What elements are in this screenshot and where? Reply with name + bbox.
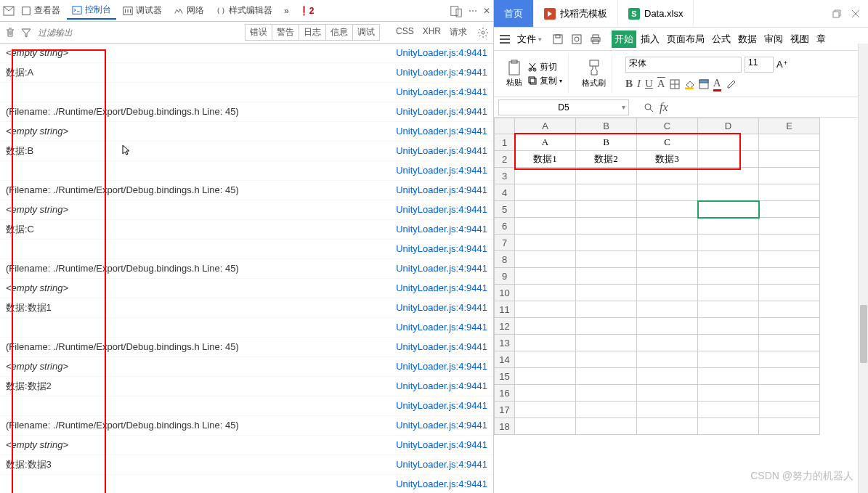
cell[interactable] xyxy=(698,168,759,184)
console-source-link[interactable]: UnityLoader.js:4:9441 xyxy=(396,223,487,236)
cell[interactable] xyxy=(576,318,637,335)
row-header[interactable]: 8 xyxy=(495,251,515,268)
cell[interactable]: A xyxy=(515,134,576,151)
tab-file[interactable]: SData.xlsx xyxy=(618,0,694,27)
search-icon[interactable] xyxy=(644,102,654,113)
cell[interactable] xyxy=(759,134,820,151)
strikethrough-button[interactable]: A xyxy=(657,78,665,90)
cell[interactable] xyxy=(759,335,820,351)
window-close-icon[interactable] xyxy=(851,9,861,19)
cell[interactable]: B xyxy=(576,134,637,151)
cell[interactable] xyxy=(576,201,637,218)
row-header[interactable]: 6 xyxy=(495,218,515,235)
cell[interactable] xyxy=(637,235,698,251)
cell[interactable]: 数据2 xyxy=(576,151,637,168)
cell[interactable] xyxy=(698,218,759,235)
cell[interactable] xyxy=(698,285,759,301)
cell[interactable] xyxy=(515,268,576,285)
error-badge[interactable]: ❗2 xyxy=(299,6,315,16)
console-source-link[interactable]: UnityLoader.js:4:9441 xyxy=(396,262,487,275)
cell[interactable] xyxy=(759,268,820,285)
cell[interactable] xyxy=(576,335,637,351)
cell[interactable] xyxy=(637,301,698,318)
print-icon[interactable] xyxy=(590,33,601,45)
console-source-link[interactable]: UnityLoader.js:4:9441 xyxy=(396,439,487,452)
cell[interactable] xyxy=(637,318,698,335)
gear-icon[interactable] xyxy=(477,27,489,38)
console-source-link[interactable]: UnityLoader.js:4:9441 xyxy=(396,86,487,99)
cell[interactable] xyxy=(637,285,698,301)
level-warn[interactable]: 警告 xyxy=(272,24,299,41)
console-source-link[interactable]: UnityLoader.js:4:9441 xyxy=(396,203,487,216)
cell[interactable] xyxy=(637,251,698,268)
responsive-icon[interactable] xyxy=(450,4,463,17)
cell[interactable] xyxy=(698,368,759,385)
cell[interactable] xyxy=(515,168,576,184)
cell[interactable] xyxy=(637,268,698,285)
ribbon-layout[interactable]: 页面布局 xyxy=(664,30,707,48)
row-header[interactable]: 15 xyxy=(495,368,515,385)
col-header[interactable]: A xyxy=(515,118,576,134)
console-source-link[interactable]: UnityLoader.js:4:9441 xyxy=(396,458,487,471)
cell[interactable] xyxy=(698,235,759,251)
cell[interactable] xyxy=(759,285,820,301)
console-source-link[interactable]: UnityLoader.js:4:9441 xyxy=(396,399,487,412)
row-header[interactable]: 10 xyxy=(495,285,515,301)
cell[interactable] xyxy=(515,285,576,301)
cell[interactable]: 数据3 xyxy=(637,151,698,168)
console-output[interactable]: <empty string>UnityLoader.js:4:9441数据:AU… xyxy=(0,44,493,493)
format-painter-icon[interactable] xyxy=(585,59,603,76)
ribbon-insert[interactable]: 插入 xyxy=(638,30,662,48)
row-header[interactable]: 18 xyxy=(495,418,515,435)
ribbon-view[interactable]: 视图 xyxy=(787,30,812,48)
ribbon-review[interactable]: 审阅 xyxy=(761,30,786,48)
fill-color-button[interactable] xyxy=(684,79,694,89)
row-header[interactable]: 12 xyxy=(495,318,515,335)
cell[interactable] xyxy=(515,235,576,251)
cell[interactable] xyxy=(515,385,576,402)
cell[interactable] xyxy=(515,184,576,201)
ribbon-data[interactable]: 数据 xyxy=(735,30,760,48)
fx-label[interactable]: fx xyxy=(660,101,668,114)
cell[interactable] xyxy=(515,301,576,318)
level-log[interactable]: 日志 xyxy=(299,24,326,41)
file-menu[interactable]: 文件▾ xyxy=(514,33,545,46)
underline-button[interactable]: U xyxy=(645,78,653,90)
cell[interactable] xyxy=(637,184,698,201)
console-source-link[interactable]: UnityLoader.js:4:9441 xyxy=(396,341,487,354)
ribbon-formula[interactable]: 公式 xyxy=(709,30,734,48)
row-header[interactable]: 7 xyxy=(495,235,515,251)
font-size-select[interactable]: 11 xyxy=(745,57,774,73)
trash-icon[interactable] xyxy=(4,27,16,38)
cell[interactable] xyxy=(515,402,576,418)
cell[interactable] xyxy=(515,351,576,368)
console-source-link[interactable]: UnityLoader.js:4:9441 xyxy=(396,282,487,295)
cell[interactable] xyxy=(698,418,759,435)
cell[interactable] xyxy=(759,218,820,235)
cell[interactable] xyxy=(576,251,637,268)
tab-css[interactable]: CSS xyxy=(396,26,414,38)
cell[interactable] xyxy=(576,218,637,235)
border-button[interactable] xyxy=(670,79,680,89)
console-source-link[interactable]: UnityLoader.js:4:9441 xyxy=(396,66,487,79)
cell[interactable] xyxy=(637,335,698,351)
cell[interactable] xyxy=(698,201,759,218)
cell[interactable]: 数据1 xyxy=(515,151,576,168)
console-source-link[interactable]: UnityLoader.js:4:9441 xyxy=(396,321,487,334)
console-source-link[interactable]: UnityLoader.js:4:9441 xyxy=(396,46,487,60)
console-source-link[interactable]: UnityLoader.js:4:9441 xyxy=(396,105,487,118)
console-source-link[interactable]: UnityLoader.js:4:9441 xyxy=(396,243,487,256)
cell[interactable] xyxy=(576,368,637,385)
cell[interactable] xyxy=(759,418,820,435)
sheet-grid[interactable]: ABCDE1ABC2数据1数据2数据3345678910111213141516… xyxy=(494,118,868,493)
cell[interactable] xyxy=(515,335,576,351)
hamburger-icon[interactable] xyxy=(498,33,511,46)
cell[interactable] xyxy=(698,335,759,351)
cell[interactable] xyxy=(637,218,698,235)
clear-button[interactable] xyxy=(726,79,736,89)
bold-button[interactable]: B xyxy=(625,78,633,90)
row-header[interactable]: 16 xyxy=(495,385,515,402)
cell[interactable] xyxy=(637,385,698,402)
cell[interactable] xyxy=(759,151,820,168)
cell[interactable] xyxy=(637,402,698,418)
